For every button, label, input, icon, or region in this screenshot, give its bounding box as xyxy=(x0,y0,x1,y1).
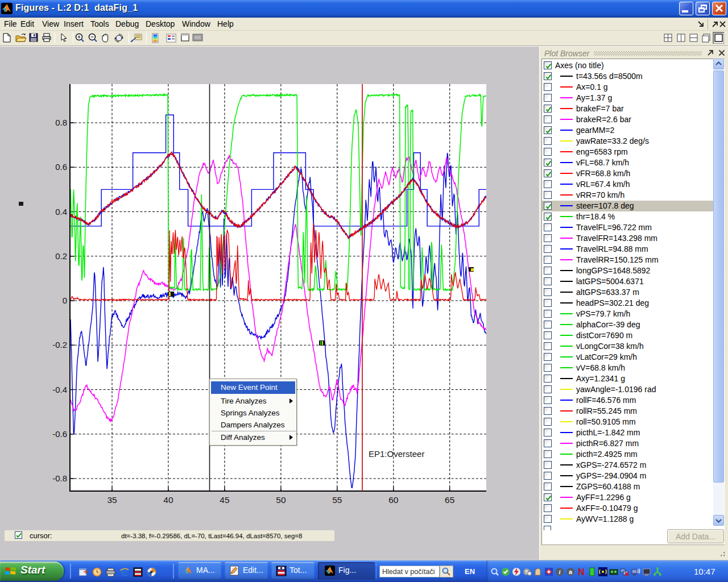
svg-text:N: N xyxy=(578,567,585,576)
svg-text:0.6: 0.6 xyxy=(55,162,67,172)
svg-text:-0.8: -0.8 xyxy=(52,473,67,483)
svg-text:50: 50 xyxy=(276,495,286,505)
svg-text:-0.4: -0.4 xyxy=(52,385,67,394)
svg-text:55: 55 xyxy=(332,495,342,505)
svg-text:40: 40 xyxy=(163,495,173,505)
svg-text:a: a xyxy=(569,568,573,575)
svg-text:EP1:Oversteer: EP1:Oversteer xyxy=(369,449,424,459)
svg-text:60: 60 xyxy=(388,495,399,505)
svg-text:0.2: 0.2 xyxy=(55,251,67,261)
svg-text:65: 65 xyxy=(445,495,454,505)
svg-text:0: 0 xyxy=(63,296,67,305)
svg-text:-0.2: -0.2 xyxy=(52,340,67,350)
svg-text:-0.6: -0.6 xyxy=(52,429,67,439)
svg-text:0.8: 0.8 xyxy=(55,118,67,127)
svg-text:35: 35 xyxy=(107,495,117,505)
svg-text:45: 45 xyxy=(220,495,229,505)
svg-text:0.4: 0.4 xyxy=(55,207,67,217)
